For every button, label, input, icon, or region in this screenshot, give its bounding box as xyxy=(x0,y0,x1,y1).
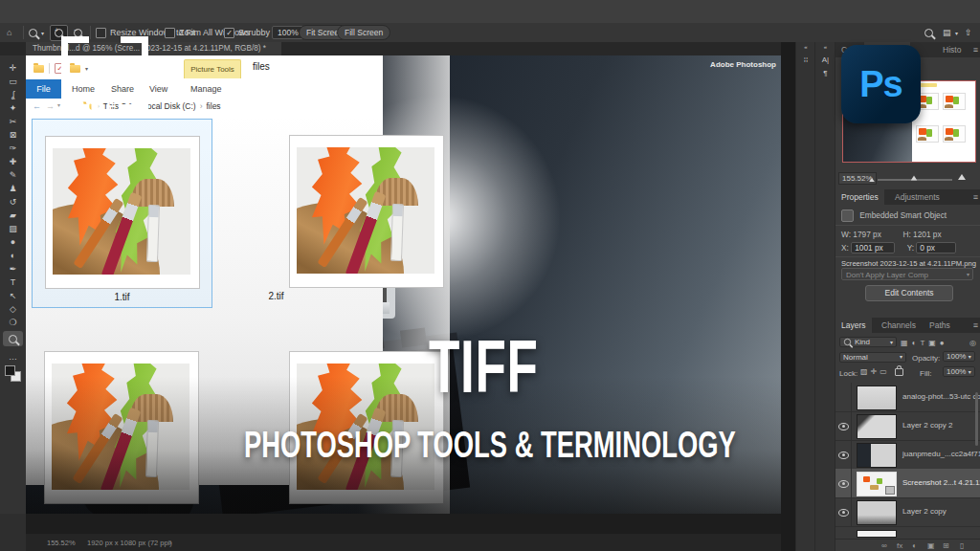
eyedropper-tool[interactable]: ✑ xyxy=(0,142,26,155)
file-thumbnail xyxy=(45,136,200,289)
character-panel-icon[interactable]: A| xyxy=(815,55,835,64)
chevron-down-icon[interactable]: ▾ xyxy=(955,23,958,42)
status-chevron-icon[interactable]: › xyxy=(169,539,172,547)
brushes-panel-icon[interactable]: ⁞⁞ xyxy=(796,55,815,64)
blend-mode-dropdown[interactable]: Normal▾ xyxy=(839,352,906,363)
layer-row-selected[interactable]: Screenshot 2...t 4.21.11PM xyxy=(835,469,980,498)
layer-thumbnail[interactable] xyxy=(857,386,897,410)
visibility-toggle[interactable] xyxy=(835,411,852,440)
layers-scrollbar[interactable] xyxy=(975,392,978,446)
panel-menu-icon[interactable]: ≡ xyxy=(973,320,978,330)
y-position-field[interactable]: 0 px xyxy=(916,242,956,253)
filter-pin-icon[interactable]: ◎ xyxy=(969,339,976,347)
move-tool[interactable]: ✛ xyxy=(0,61,26,75)
lock-all-icon[interactable] xyxy=(895,367,903,376)
link-layers-icon[interactable]: ∞ xyxy=(881,541,887,550)
lasso-tool[interactable]: ʆ xyxy=(0,88,26,101)
layer-thumbnail[interactable] xyxy=(857,472,897,496)
type-tool[interactable]: T xyxy=(0,276,26,289)
layer-thumbnail[interactable] xyxy=(857,414,897,439)
collapse-icon[interactable]: « xyxy=(796,44,815,50)
file-tile-2[interactable]: 2.tif xyxy=(277,119,383,306)
edit-contents-button[interactable]: Edit Contents xyxy=(865,285,953,301)
layer-thumbnail[interactable] xyxy=(857,500,897,525)
gradient-tool[interactable]: ▨ xyxy=(0,222,26,235)
history-brush-tool[interactable]: ↺ xyxy=(0,195,26,209)
layer-thumbnail[interactable] xyxy=(857,530,897,538)
position-row: X: 1001 px Y: 0 px xyxy=(841,242,956,253)
tab-properties[interactable]: Properties xyxy=(835,189,884,205)
tab-paths[interactable]: Paths xyxy=(924,318,956,333)
fill-dropdown[interactable]: 100% ▾ xyxy=(943,367,975,376)
visibility-toggle[interactable] xyxy=(835,440,852,469)
eraser-tool[interactable]: ▰ xyxy=(0,209,26,222)
zoom-tool-selected[interactable] xyxy=(3,331,23,346)
search-icon[interactable] xyxy=(924,23,933,42)
frame-tool[interactable]: ⊠ xyxy=(0,128,26,142)
smart-object-row: Embedded Smart Object xyxy=(841,209,947,222)
healing-brush-tool[interactable]: ✚ xyxy=(0,155,26,168)
photoshop-window: ⌂ ▾ + − Resize Windows to Fit Zoom All W… xyxy=(0,0,980,551)
zoom-in-triangle-icon[interactable] xyxy=(958,174,966,180)
status-zoom-level[interactable]: 155.52% xyxy=(47,539,76,547)
dodge-tool[interactable]: ◐ xyxy=(0,249,26,262)
shape-tool[interactable]: ◇ xyxy=(0,302,26,316)
tab-histogram[interactable]: Histo xyxy=(937,42,967,57)
layer-row[interactable]: Layer 2 copy 2 xyxy=(835,411,980,441)
layer-row[interactable]: Layer 2 copy xyxy=(835,497,980,527)
layer-name: Layer 2 copy 2 xyxy=(902,421,952,430)
properties-tab-bar: Properties Adjustments ≡ xyxy=(835,189,980,205)
preview-tile xyxy=(943,125,966,143)
lock-option-icons[interactable]: ▨✛▭ xyxy=(860,367,890,376)
layer-row[interactable]: juanpmedu_...cc2a4f71_2 xyxy=(835,440,980,470)
new-group-icon[interactable]: ▣ xyxy=(927,541,935,550)
layer-thumbnail[interactable] xyxy=(857,443,897,468)
blur-tool[interactable]: ● xyxy=(0,235,26,249)
quick-selection-tool[interactable]: ✦ xyxy=(0,101,26,115)
layer-comp-dropdown[interactable]: Don't Apply Layer Comp ▾ xyxy=(841,268,973,280)
adjustment-layer-icon[interactable]: ◐ xyxy=(912,541,917,550)
layer-row[interactable]: analog-phot...53-utc copy xyxy=(835,383,980,412)
eye-icon xyxy=(838,452,849,459)
visibility-toggle[interactable] xyxy=(835,383,852,411)
layers-tab-bar: Layers Channels Paths ≡ xyxy=(835,318,980,333)
layer-name: juanpmedu_...cc2a4f71_2 xyxy=(902,450,980,458)
collapse-icon[interactable]: « xyxy=(815,44,835,50)
crop-tool[interactable]: ✂ xyxy=(0,115,26,128)
foreground-color-swatch[interactable] xyxy=(5,365,15,376)
opacity-dropdown[interactable]: 100% ▾ xyxy=(943,352,975,361)
home-icon[interactable]: ⌂ xyxy=(7,23,11,42)
tab-adjustments[interactable]: Adjustments xyxy=(889,189,946,205)
preview-tile xyxy=(916,125,939,143)
layer-style-icon[interactable]: fx xyxy=(897,541,902,550)
zoom-out-triangle-icon[interactable] xyxy=(869,178,875,182)
hand-tool[interactable]: ❍ xyxy=(0,316,26,329)
fill-screen-button[interactable]: Fill Screen xyxy=(337,23,390,42)
brush-tool[interactable]: ✎ xyxy=(0,168,26,182)
file-tile-1[interactable]: 1.tif xyxy=(32,119,212,308)
path-select-tool[interactable]: ↖ xyxy=(0,289,26,302)
panel-menu-icon[interactable]: ≡ xyxy=(973,192,978,202)
layer-filter-dropdown[interactable]: Kind▾ xyxy=(839,337,897,348)
panel-menu-icon[interactable]: ≡ xyxy=(973,45,978,55)
slider-thumb-icon[interactable] xyxy=(911,176,917,181)
tab-layers[interactable]: Layers xyxy=(835,318,872,333)
visibility-toggle[interactable] xyxy=(835,469,852,497)
zoom-tool-icon[interactable]: ▾ xyxy=(29,23,44,42)
tab-channels[interactable]: Channels xyxy=(876,318,922,333)
x-position-field[interactable]: 1001 px xyxy=(851,242,895,253)
marquee-tool[interactable]: ▭ xyxy=(0,75,26,88)
delete-layer-icon[interactable]: ▯ xyxy=(960,541,964,550)
status-doc-info[interactable]: 1920 px x 1080 px (72 ppi) xyxy=(87,539,172,547)
tif-artwork xyxy=(53,148,190,275)
new-layer-icon[interactable]: ⊞ xyxy=(943,541,949,550)
pen-tool[interactable]: ✒ xyxy=(0,262,26,276)
more-tools-icon[interactable]: … xyxy=(0,350,26,364)
clone-stamp-tool[interactable]: ♟ xyxy=(0,182,26,195)
layer-row-partial[interactable] xyxy=(835,526,980,539)
share-icon[interactable]: ⇧ xyxy=(965,23,972,42)
layer-filter-icons[interactable]: ▦◐T▣● xyxy=(901,339,948,347)
visibility-toggle[interactable] xyxy=(835,497,852,526)
workspace-icon[interactable]: ▤ xyxy=(943,23,951,42)
paragraph-panel-icon[interactable]: ¶ xyxy=(815,69,835,77)
